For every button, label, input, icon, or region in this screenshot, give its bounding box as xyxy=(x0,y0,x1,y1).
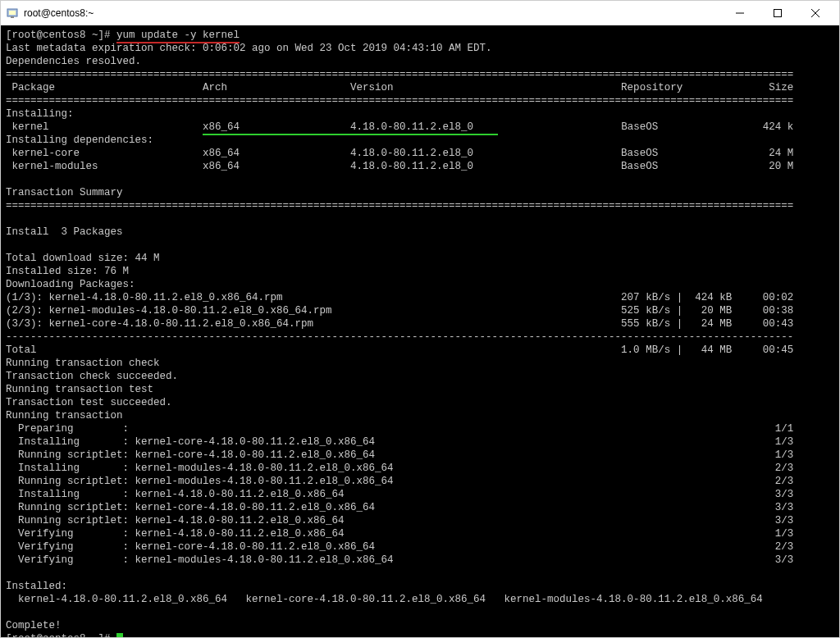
maximize-button[interactable] xyxy=(759,1,797,25)
terminal-line: Transaction test succeeded. xyxy=(6,396,834,409)
terminal-line: Running scriptlet: kernel-core-4.18.0-80… xyxy=(6,501,834,514)
terminal-line: Verifying : kernel-core-4.18.0-80.11.2.e… xyxy=(6,540,834,554)
terminal-line: Complete! xyxy=(6,619,834,632)
terminal-line: Installing : kernel-4.18.0-80.11.2.el8_0… xyxy=(6,488,834,501)
terminal-line: Running scriptlet: kernel-modules-4.18.0… xyxy=(6,475,834,488)
terminal-line: Transaction check succeeded. xyxy=(6,370,834,383)
terminal-line: kernel-4.18.0-80.11.2.el8_0.x86_64 kerne… xyxy=(6,593,834,606)
terminal-line: kernel-modules x86_64 4.18.0-80.11.2.el8… xyxy=(6,160,834,173)
terminal-line: ========================================… xyxy=(6,94,834,107)
terminal-line: Running transaction test xyxy=(6,383,834,396)
cursor xyxy=(116,633,123,637)
terminal-line: Downloading Packages: xyxy=(6,278,834,291)
terminal-line: Installed: xyxy=(6,580,834,593)
terminal-line: ========================================… xyxy=(6,199,834,212)
window-controls xyxy=(721,1,834,25)
terminal-line: [root@centos8 ~]# yum update -y kernel xyxy=(6,29,834,42)
svg-rect-2 xyxy=(11,16,14,18)
terminal-line xyxy=(6,567,834,580)
terminal-line xyxy=(6,606,834,619)
terminal-body[interactable]: [root@centos8 ~]# yum update -y kernelLa… xyxy=(1,25,839,637)
terminal-line: Total 1.0 MB/s | 44 MB 00:45 xyxy=(6,344,834,357)
terminal-line: Installing : kernel-core-4.18.0-80.11.2.… xyxy=(6,435,834,449)
terminal-line: Running scriptlet: kernel-core-4.18.0-80… xyxy=(6,449,834,462)
terminal-line: kernel x86_64 4.18.0-80.11.2.el8_0 BaseO… xyxy=(6,121,834,134)
terminal-line: Verifying : kernel-4.18.0-80.11.2.el8_0.… xyxy=(6,527,834,540)
terminal-line: Total download size: 44 M xyxy=(6,252,834,265)
terminal-line: Transaction Summary xyxy=(6,186,834,199)
putty-icon xyxy=(6,7,19,20)
terminal-line: Install 3 Packages xyxy=(6,226,834,239)
window-titlebar[interactable]: root@centos8:~ xyxy=(1,1,839,25)
terminal-line xyxy=(6,173,834,186)
svg-rect-4 xyxy=(774,9,782,16)
terminal-line: (2/3): kernel-modules-4.18.0-80.11.2.el8… xyxy=(6,304,834,317)
terminal-line: Running scriptlet: kernel-4.18.0-80.11.2… xyxy=(6,514,834,527)
terminal-line: Installing : kernel-modules-4.18.0-80.11… xyxy=(6,462,834,475)
terminal-line: Last metadata expiration check: 0:06:02 … xyxy=(6,42,834,55)
terminal-line: ----------------------------------------… xyxy=(6,330,834,344)
terminal-line: Verifying : kernel-modules-4.18.0-80.11.… xyxy=(6,554,834,567)
window-title: root@centos8:~ xyxy=(24,7,94,19)
terminal-line: Preparing : 1/1 xyxy=(6,422,834,435)
terminal-line: Running transaction xyxy=(6,409,834,422)
close-button[interactable] xyxy=(797,1,834,25)
terminal-line: kernel-core x86_64 4.18.0-80.11.2.el8_0 … xyxy=(6,147,834,160)
terminal-line: Running transaction check xyxy=(6,357,834,370)
terminal-line: Dependencies resolved. xyxy=(6,55,834,68)
terminal-line: ========================================… xyxy=(6,68,834,81)
terminal-window: root@centos8:~ [root@centos8 ~]# yum upd… xyxy=(0,0,840,638)
terminal-line xyxy=(6,212,834,226)
terminal-line xyxy=(6,239,834,252)
terminal-line: (1/3): kernel-4.18.0-80.11.2.el8_0.x86_6… xyxy=(6,291,834,304)
terminal-line: Installing dependencies: xyxy=(6,134,834,147)
terminal-line: (3/3): kernel-core-4.18.0-80.11.2.el8_0.… xyxy=(6,317,834,330)
terminal-line: Installed size: 76 M xyxy=(6,265,834,278)
terminal-line: Package Arch Version Repository Size xyxy=(6,81,834,94)
minimize-button[interactable] xyxy=(721,1,759,25)
svg-rect-1 xyxy=(9,11,16,15)
terminal-line: [root@centos8 ~]# xyxy=(6,632,834,637)
terminal-line: Installing: xyxy=(6,107,834,121)
